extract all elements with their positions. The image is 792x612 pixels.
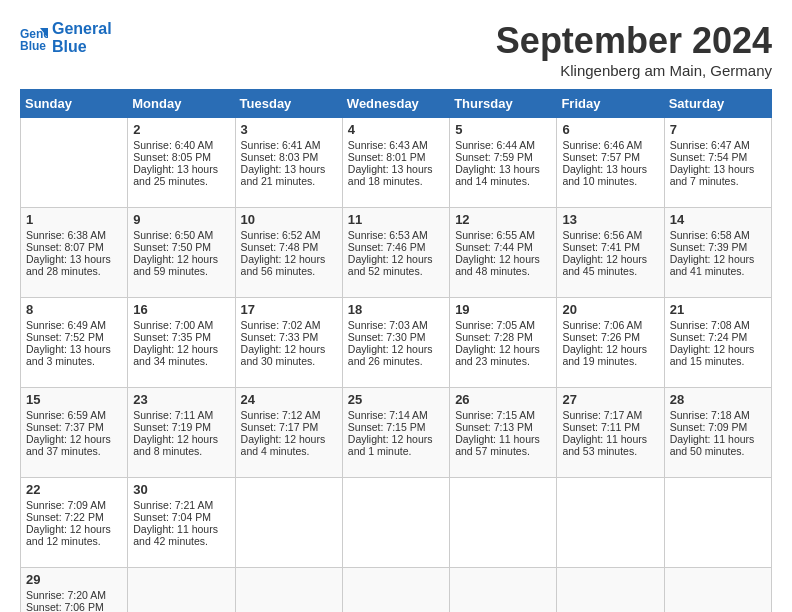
sunset-text: Sunset: 7:37 PM xyxy=(26,421,104,433)
day-number: 13 xyxy=(562,212,658,227)
daylight-text: Daylight: 12 hours and 56 minutes. xyxy=(241,253,326,277)
table-row: 11Sunrise: 6:53 AMSunset: 7:46 PMDayligh… xyxy=(342,208,449,298)
header-saturday: Saturday xyxy=(664,90,771,118)
weekday-header-row: Sunday Monday Tuesday Wednesday Thursday… xyxy=(21,90,772,118)
sunrise-text: Sunrise: 6:52 AM xyxy=(241,229,321,241)
daylight-text: Daylight: 13 hours and 3 minutes. xyxy=(26,343,111,367)
table-row xyxy=(450,568,557,613)
table-row xyxy=(21,118,128,208)
sunset-text: Sunset: 7:04 PM xyxy=(133,511,211,523)
sunset-text: Sunset: 7:35 PM xyxy=(133,331,211,343)
month-title: September 2024 xyxy=(496,20,772,62)
daylight-text: Daylight: 13 hours and 21 minutes. xyxy=(241,163,326,187)
day-number: 3 xyxy=(241,122,337,137)
sunset-text: Sunset: 7:22 PM xyxy=(26,511,104,523)
sunset-text: Sunset: 7:11 PM xyxy=(562,421,640,433)
table-row: 17Sunrise: 7:02 AMSunset: 7:33 PMDayligh… xyxy=(235,298,342,388)
table-row: 13Sunrise: 6:56 AMSunset: 7:41 PMDayligh… xyxy=(557,208,664,298)
sunset-text: Sunset: 7:24 PM xyxy=(670,331,748,343)
calendar-week-row: 8Sunrise: 6:49 AMSunset: 7:52 PMDaylight… xyxy=(21,298,772,388)
daylight-text: Daylight: 12 hours and 45 minutes. xyxy=(562,253,647,277)
sunrise-text: Sunrise: 6:38 AM xyxy=(26,229,106,241)
table-row: 18Sunrise: 7:03 AMSunset: 7:30 PMDayligh… xyxy=(342,298,449,388)
sunset-text: Sunset: 8:03 PM xyxy=(241,151,319,163)
sunrise-text: Sunrise: 6:56 AM xyxy=(562,229,642,241)
daylight-text: Daylight: 12 hours and 12 minutes. xyxy=(26,523,111,547)
table-row xyxy=(342,478,449,568)
header-thursday: Thursday xyxy=(450,90,557,118)
day-number: 12 xyxy=(455,212,551,227)
table-row: 8Sunrise: 6:49 AMSunset: 7:52 PMDaylight… xyxy=(21,298,128,388)
header-sunday: Sunday xyxy=(21,90,128,118)
sunrise-text: Sunrise: 6:41 AM xyxy=(241,139,321,151)
day-number: 30 xyxy=(133,482,229,497)
sunset-text: Sunset: 7:30 PM xyxy=(348,331,426,343)
sunset-text: Sunset: 7:09 PM xyxy=(670,421,748,433)
sunrise-text: Sunrise: 6:49 AM xyxy=(26,319,106,331)
day-number: 20 xyxy=(562,302,658,317)
sunrise-text: Sunrise: 7:03 AM xyxy=(348,319,428,331)
sunrise-text: Sunrise: 7:17 AM xyxy=(562,409,642,421)
table-row: 15Sunrise: 6:59 AMSunset: 7:37 PMDayligh… xyxy=(21,388,128,478)
header-monday: Monday xyxy=(128,90,235,118)
sunrise-text: Sunrise: 6:55 AM xyxy=(455,229,535,241)
day-number: 7 xyxy=(670,122,766,137)
day-number: 25 xyxy=(348,392,444,407)
sunrise-text: Sunrise: 6:58 AM xyxy=(670,229,750,241)
logo: General Blue General Blue xyxy=(20,20,112,55)
page-header: General Blue General Blue September 2024… xyxy=(20,20,772,79)
sunset-text: Sunset: 7:46 PM xyxy=(348,241,426,253)
day-number: 19 xyxy=(455,302,551,317)
logo-icon: General Blue xyxy=(20,24,48,52)
header-tuesday: Tuesday xyxy=(235,90,342,118)
calendar-week-row: 15Sunrise: 6:59 AMSunset: 7:37 PMDayligh… xyxy=(21,388,772,478)
daylight-text: Daylight: 12 hours and 59 minutes. xyxy=(133,253,218,277)
calendar-week-row: 22Sunrise: 7:09 AMSunset: 7:22 PMDayligh… xyxy=(21,478,772,568)
sunrise-text: Sunrise: 7:12 AM xyxy=(241,409,321,421)
sunset-text: Sunset: 7:54 PM xyxy=(670,151,748,163)
sunrise-text: Sunrise: 6:46 AM xyxy=(562,139,642,151)
sunrise-text: Sunrise: 6:43 AM xyxy=(348,139,428,151)
daylight-text: Daylight: 12 hours and 52 minutes. xyxy=(348,253,433,277)
title-block: September 2024 Klingenberg am Main, Germ… xyxy=(496,20,772,79)
table-row: 24Sunrise: 7:12 AMSunset: 7:17 PMDayligh… xyxy=(235,388,342,478)
day-number: 28 xyxy=(670,392,766,407)
day-number: 18 xyxy=(348,302,444,317)
table-row: 28Sunrise: 7:18 AMSunset: 7:09 PMDayligh… xyxy=(664,388,771,478)
daylight-text: Daylight: 12 hours and 41 minutes. xyxy=(670,253,755,277)
daylight-text: Daylight: 11 hours and 53 minutes. xyxy=(562,433,647,457)
table-row: 26Sunrise: 7:15 AMSunset: 7:13 PMDayligh… xyxy=(450,388,557,478)
day-number: 2 xyxy=(133,122,229,137)
daylight-text: Daylight: 12 hours and 34 minutes. xyxy=(133,343,218,367)
table-row: 20Sunrise: 7:06 AMSunset: 7:26 PMDayligh… xyxy=(557,298,664,388)
day-number: 14 xyxy=(670,212,766,227)
day-number: 24 xyxy=(241,392,337,407)
table-row: 3Sunrise: 6:41 AMSunset: 8:03 PMDaylight… xyxy=(235,118,342,208)
table-row xyxy=(235,478,342,568)
sunset-text: Sunset: 7:57 PM xyxy=(562,151,640,163)
table-row: 21Sunrise: 7:08 AMSunset: 7:24 PMDayligh… xyxy=(664,298,771,388)
table-row: 22Sunrise: 7:09 AMSunset: 7:22 PMDayligh… xyxy=(21,478,128,568)
sunset-text: Sunset: 7:41 PM xyxy=(562,241,640,253)
table-row: 30Sunrise: 7:21 AMSunset: 7:04 PMDayligh… xyxy=(128,478,235,568)
daylight-text: Daylight: 12 hours and 23 minutes. xyxy=(455,343,540,367)
daylight-text: Daylight: 12 hours and 30 minutes. xyxy=(241,343,326,367)
sunset-text: Sunset: 8:05 PM xyxy=(133,151,211,163)
daylight-text: Daylight: 12 hours and 15 minutes. xyxy=(670,343,755,367)
table-row: 5Sunrise: 6:44 AMSunset: 7:59 PMDaylight… xyxy=(450,118,557,208)
sunset-text: Sunset: 7:26 PM xyxy=(562,331,640,343)
day-number: 10 xyxy=(241,212,337,227)
calendar-table: Sunday Monday Tuesday Wednesday Thursday… xyxy=(20,89,772,612)
location: Klingenberg am Main, Germany xyxy=(496,62,772,79)
day-number: 5 xyxy=(455,122,551,137)
sunrise-text: Sunrise: 6:59 AM xyxy=(26,409,106,421)
day-number: 16 xyxy=(133,302,229,317)
day-number: 15 xyxy=(26,392,122,407)
sunrise-text: Sunrise: 6:47 AM xyxy=(670,139,750,151)
daylight-text: Daylight: 13 hours and 14 minutes. xyxy=(455,163,540,187)
daylight-text: Daylight: 12 hours and 48 minutes. xyxy=(455,253,540,277)
day-number: 22 xyxy=(26,482,122,497)
day-number: 23 xyxy=(133,392,229,407)
day-number: 17 xyxy=(241,302,337,317)
daylight-text: Daylight: 12 hours and 4 minutes. xyxy=(241,433,326,457)
